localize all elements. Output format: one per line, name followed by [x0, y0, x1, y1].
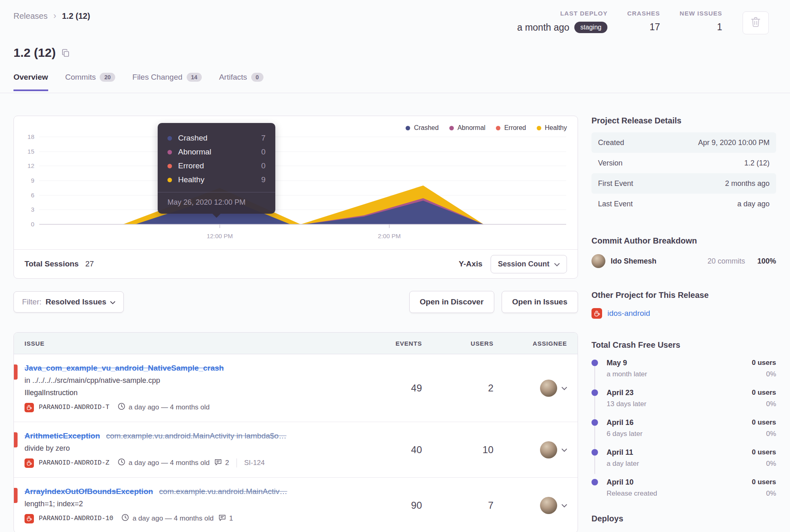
tooltip-crashed-label: Crashed [178, 134, 208, 143]
timeline-percent: 0% [752, 400, 776, 408]
project-slug[interactable]: PARANOID-ANDROID-T [39, 404, 109, 411]
issue-row: ArrayIndexOutOfBoundsExceptioncom.exampl… [14, 478, 578, 532]
issue-events-count: 40 [361, 444, 422, 456]
timeline-percent: 0% [752, 460, 776, 468]
tab-files-changed[interactable]: Files Changed 14 [132, 73, 202, 91]
yaxis-select-value: Session Count [498, 260, 549, 268]
other-project-link[interactable]: idos-android [607, 309, 650, 318]
assignee-dropdown[interactable] [493, 497, 567, 514]
yaxis-select[interactable]: Session Count [491, 255, 567, 273]
tracker-link[interactable]: SI-124 [244, 459, 265, 467]
tooltip-healthy-label: Healthy [178, 175, 204, 184]
tab-files-changed-label: Files Changed [132, 73, 183, 82]
chevron-down-icon [562, 384, 567, 392]
y-tick-3: 3 [31, 206, 34, 213]
healthy-dot-icon [537, 126, 541, 130]
issue-title-link[interactable]: ArithmeticException [25, 431, 100, 440]
stat-crashes: CRASHES 17 [627, 10, 660, 33]
tooltip-row-healthy: Healthy 9 [167, 173, 266, 187]
tab-commits[interactable]: Commits 20 [65, 73, 116, 91]
project-slug[interactable]: PARANOID-ANDROID-Z [39, 459, 109, 467]
tooltip-row-abnormal: Abnormal 0 [167, 145, 266, 159]
project-slug[interactable]: PARANOID-ANDROID-10 [39, 515, 113, 522]
legend-item-abnormal[interactable]: Abnormal [449, 124, 485, 132]
issue-message: divide by zero [25, 444, 354, 453]
issue-title-link[interactable]: Java_com_example_vu_android_NativeSample… [25, 364, 224, 372]
legend-item-crashed[interactable]: Crashed [406, 124, 438, 132]
assignee-dropdown[interactable] [493, 380, 567, 397]
legend-abnormal-label: Abnormal [457, 124, 485, 132]
legend-item-errored[interactable]: Errored [496, 124, 526, 132]
tab-artifacts[interactable]: Artifacts 0 [219, 73, 263, 91]
chart-tooltip: Crashed 7 Abnormal 0 Errored 0 Healthy 9 [158, 123, 275, 214]
comments-icon [214, 458, 222, 467]
java-project-icon [25, 458, 34, 468]
issue-culprit[interactable]: com.example.vu.android.MainActivity in l… [106, 431, 286, 440]
page-title-text: 1.2 (12) [13, 46, 56, 60]
sessions-area-chart: 18 15 12 9 6 3 0 12:00 PM 2:00 PM [19, 131, 570, 245]
assignee-avatar [540, 497, 557, 514]
breadcrumb-releases-link[interactable]: Releases [13, 11, 47, 21]
column-users: USERS [422, 340, 493, 347]
timeline-sub: 6 days later [607, 430, 776, 438]
abnormal-dot-icon [449, 126, 454, 130]
errored-dot-icon [496, 126, 500, 130]
issue-age: a day ago — 4 months old [129, 459, 210, 467]
tooltip-errored-label: Errored [178, 161, 204, 170]
total-sessions-label: Total Sessions [25, 259, 79, 268]
stat-last-deploy: LAST DEPLOY a month ago staging [517, 10, 607, 33]
assignee-dropdown[interactable] [493, 441, 567, 458]
detail-value: 1.2 (12) [744, 159, 770, 168]
open-in-issues-button[interactable]: Open in Issues [502, 291, 578, 313]
filter-value: Resolved Issues [46, 297, 107, 306]
java-project-icon [25, 403, 34, 412]
issue-events-count: 90 [361, 500, 422, 511]
y-tick-18: 18 [27, 133, 34, 140]
tab-files-changed-count: 14 [187, 73, 202, 82]
timeline-sub: a day later [607, 460, 776, 468]
timeline-sub: 13 days later [607, 400, 776, 408]
legend-errored-label: Errored [504, 124, 526, 132]
tab-overview[interactable]: Overview [13, 73, 48, 91]
page-title: 1.2 (12) [13, 46, 70, 60]
tooltip-abnormal-label: Abnormal [178, 148, 211, 156]
issue-message: length=1; index=2 [25, 500, 354, 508]
meta-divider [237, 458, 237, 467]
assignee-avatar [540, 441, 557, 458]
deploys-heading: Deploys [591, 514, 776, 523]
timeline-percent: 0% [752, 430, 776, 438]
total-sessions-value: 27 [85, 259, 94, 268]
chevron-down-icon [110, 297, 115, 306]
breadcrumb-current: 1.2 (12) [62, 11, 90, 21]
copy-icon[interactable] [61, 49, 70, 57]
issue-row: ArithmeticExceptioncom.example.vu.androi… [14, 422, 578, 478]
stat-new-issues: NEW ISSUES 1 [680, 10, 722, 33]
issues-filter-dropdown[interactable]: Filter: Resolved Issues [13, 291, 124, 313]
chevron-down-icon [562, 446, 567, 454]
y-tick-15: 15 [27, 148, 34, 155]
tooltip-abnormal-value: 0 [261, 148, 266, 156]
timeline-dot-icon [591, 360, 598, 366]
chevron-down-icon [554, 260, 560, 268]
issues-table-header: ISSUE EVENTS USERS ASSIGNEE [14, 333, 578, 354]
tab-artifacts-label: Artifacts [219, 73, 247, 82]
java-project-icon [25, 514, 34, 523]
detail-value: 2 months ago [725, 179, 770, 188]
detail-label: Created [598, 139, 624, 147]
environment-badge: staging [574, 22, 608, 33]
errored-dot-icon [167, 164, 172, 168]
detail-row-version: Version 1.2 (12) [591, 153, 776, 173]
issue-culprit[interactable]: com.example.vu.android.MainActiv… [159, 487, 288, 496]
author-commit-count: 20 commits [707, 257, 745, 266]
comments-count: 1 [229, 514, 233, 523]
crash-free-timeline: May 9 a month later 0 users 0% April 23 … [591, 359, 776, 498]
timeline-entry: April 23 13 days later 0 users 0% [591, 389, 776, 408]
timeline-date: April 23 [607, 389, 776, 397]
open-in-discover-button[interactable]: Open in Discover [409, 291, 494, 313]
timeline-date: April 16 [607, 418, 776, 427]
issue-age: a day ago — 4 months old [132, 514, 213, 523]
issue-title-link[interactable]: ArrayIndexOutOfBoundsException [25, 487, 153, 496]
issue-age: a day ago — 4 months old [129, 403, 210, 411]
legend-item-healthy[interactable]: Healthy [537, 124, 567, 132]
delete-release-button[interactable] [743, 11, 769, 34]
